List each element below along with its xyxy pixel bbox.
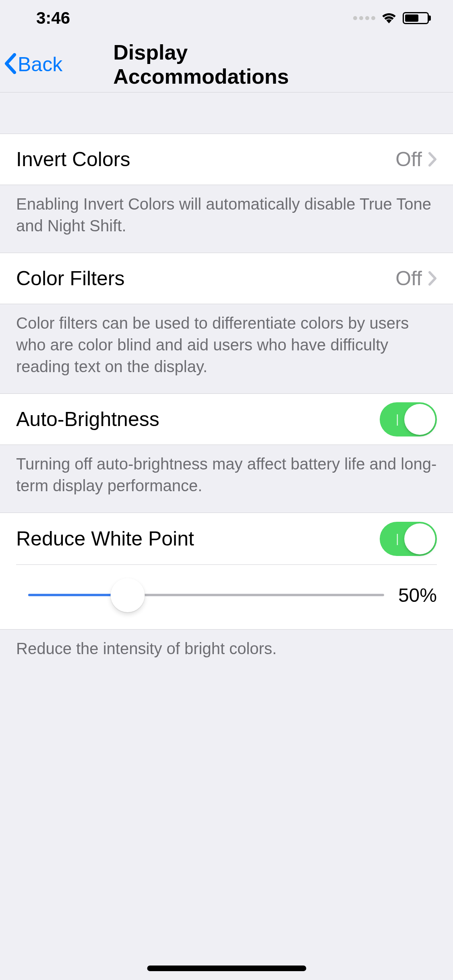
chevron-back-icon	[4, 50, 16, 78]
invert-colors-footer: Enabling Invert Colors will automaticall…	[0, 185, 453, 253]
page-title: Display Accommodations	[113, 40, 340, 89]
back-button[interactable]: Back	[4, 50, 62, 78]
auto-brightness-label: Auto-Brightness	[16, 408, 380, 431]
chevron-right-icon	[428, 146, 437, 172]
color-filters-label: Color Filters	[16, 267, 395, 290]
invert-colors-cell[interactable]: Invert Colors Off	[0, 134, 453, 185]
chevron-right-icon	[428, 266, 437, 291]
invert-colors-label: Invert Colors	[16, 148, 395, 171]
status-time: 3:46	[36, 8, 70, 28]
color-filters-cell[interactable]: Color Filters Off	[0, 253, 453, 304]
home-indicator[interactable]	[147, 966, 306, 971]
color-filters-value: Off	[395, 267, 422, 290]
back-label: Back	[18, 53, 62, 76]
auto-brightness-footer: Turning off auto-brightness may affect b…	[0, 445, 453, 513]
signal-indicator	[353, 16, 375, 20]
reduce-white-point-footer: Reduce the intensity of bright colors.	[0, 630, 453, 675]
white-point-slider[interactable]	[28, 579, 384, 611]
reduce-white-point-cell: Reduce White Point | 50%	[0, 513, 453, 630]
reduce-white-point-toggle[interactable]: |	[380, 522, 437, 556]
white-point-value: 50%	[398, 584, 437, 606]
status-icons	[353, 11, 437, 25]
slider-thumb[interactable]	[111, 578, 145, 612]
status-bar: 3:46	[0, 0, 453, 36]
nav-bar: Back Display Accommodations	[0, 36, 453, 93]
reduce-white-point-label: Reduce White Point	[16, 527, 380, 550]
color-filters-footer: Color filters can be used to differentia…	[0, 304, 453, 393]
wifi-icon	[381, 11, 397, 25]
invert-colors-value: Off	[395, 148, 422, 171]
battery-icon	[403, 12, 429, 24]
auto-brightness-toggle[interactable]: |	[380, 402, 437, 436]
auto-brightness-cell: Auto-Brightness |	[0, 393, 453, 445]
